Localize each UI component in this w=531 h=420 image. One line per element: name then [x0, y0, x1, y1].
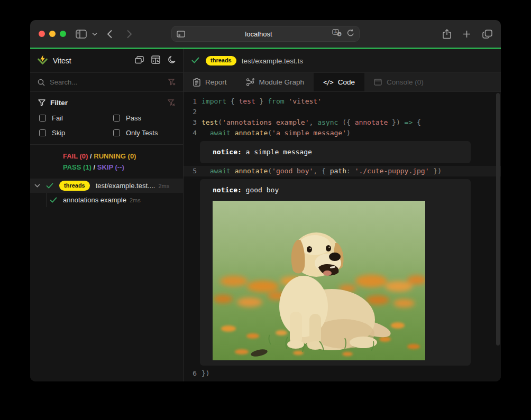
test-duration: 2ms [158, 183, 169, 189]
summary-skip: SKIP (--) [97, 163, 124, 171]
app-title: Vitest [53, 57, 71, 65]
filter-section: Filter FailPassSkipOnly Tests [30, 92, 183, 145]
module-graph-icon [246, 78, 254, 86]
forward-icon[interactable] [126, 30, 132, 39]
tab-label: Code [338, 78, 355, 86]
annotation-notice: notice: a simple message [200, 141, 471, 163]
sidebar-header: Vitest [30, 49, 183, 73]
checkbox[interactable] [39, 115, 46, 122]
checkbox[interactable] [39, 129, 46, 136]
search-icon [38, 79, 45, 86]
code-text: await annotate('good boy', { path: './cu… [202, 166, 442, 176]
screenshot-stage: localhost A ★ [0, 0, 531, 420]
summary-line-1: FAIL (0) / RUNNING (0) [63, 151, 183, 162]
line-number: 5 [184, 166, 202, 176]
test-case-row[interactable]: annotations example2ms [30, 193, 183, 207]
annotation-attachment-puppy-photo [213, 201, 425, 360]
tab-module-graph[interactable]: Module Graph [236, 73, 314, 91]
svg-text:★: ★ [338, 32, 341, 36]
search-input[interactable] [50, 78, 163, 86]
code-text: test('annotations example', async ({ ann… [202, 117, 421, 128]
pass-check-icon [46, 183, 53, 189]
code-text: await annotate('a simple message') [202, 128, 351, 138]
summary-plain: / [91, 163, 97, 171]
code-line-6: 6}) [184, 368, 501, 379]
test-duration: 2ms [130, 197, 141, 203]
expand-chevron-icon[interactable] [34, 184, 40, 188]
line-number: 1 [184, 96, 202, 107]
minimize-window-button[interactable] [49, 31, 56, 37]
summary-pass: PASS (1) [63, 163, 91, 171]
svg-text:A: A [334, 30, 337, 34]
console-icon [374, 79, 382, 86]
checkbox-label: Pass [126, 114, 141, 122]
tab-console-0[interactable]: Console (0) [364, 73, 433, 91]
test-file-row[interactable]: threadstest/example.test....2ms [30, 179, 183, 193]
summary-fail: FAIL (0) [63, 152, 88, 160]
vitest-logo-icon [37, 54, 48, 67]
notice-text: good boy [242, 186, 279, 194]
url-text: localhost [185, 30, 332, 38]
checkbox-label: Fail [52, 114, 63, 122]
checkbox[interactable] [113, 115, 120, 122]
tab-label: Module Graph [259, 78, 305, 86]
translate-icon[interactable]: A ★ [332, 29, 342, 39]
line-number: 6 [184, 368, 202, 379]
summary-running: RUNNING (0) [94, 152, 136, 160]
notice-label: notice: [213, 186, 242, 194]
summary-line-2: PASS (1) / SKIP (--) [63, 162, 183, 173]
tab-overview-icon[interactable] [482, 30, 492, 39]
checkbox-label: Skip [52, 129, 65, 137]
pool-badge: threads [59, 181, 90, 190]
code-line-3: 3test('annotations example', async ({ an… [184, 117, 501, 128]
zoom-window-button[interactable] [60, 31, 66, 37]
filter-option-skip[interactable]: Skip [39, 129, 113, 137]
filter-clear-icon[interactable] [168, 79, 176, 86]
close-window-button[interactable] [39, 31, 45, 37]
code-line-5: 5 await annotate('good boy', { path: './… [184, 166, 501, 176]
back-icon[interactable] [107, 30, 113, 39]
line-number: 7 [184, 379, 202, 381]
dashboard-icon[interactable] [151, 55, 160, 66]
report-icon [193, 78, 200, 87]
tab-report[interactable]: Report [184, 73, 236, 91]
scrollbar-thumb[interactable] [496, 93, 500, 346]
filter-option-only-tests[interactable]: Only Tests [113, 129, 175, 137]
tree-guide-line [47, 193, 47, 207]
tab-code[interactable]: </>Code [314, 73, 364, 91]
chevron-down-icon[interactable] [92, 32, 97, 36]
sidebar-toggle-icon[interactable] [76, 30, 87, 39]
notice-text: a simple message [242, 148, 312, 156]
share-icon[interactable] [443, 29, 451, 39]
pool-badge: threads [206, 56, 236, 66]
tab-bar: ReportModule Graph</>CodeConsole (0) [184, 73, 501, 92]
filter-options: FailPassSkipOnly Tests [38, 114, 175, 137]
test-tree: threadstest/example.test....2msannotatio… [30, 179, 183, 207]
dark-mode-icon[interactable] [168, 55, 176, 66]
annotation-notice: notice: good boy [200, 179, 471, 366]
line-number: 2 [184, 107, 202, 117]
reload-icon[interactable] [347, 29, 354, 39]
code-line-4: 4 await annotate('a simple message') [184, 128, 501, 138]
code-icon: </> [323, 79, 333, 86]
checkbox[interactable] [113, 129, 120, 136]
notice-label: notice: [213, 148, 242, 156]
filter-clear-icon[interactable] [168, 99, 175, 106]
page-icon[interactable] [177, 31, 185, 38]
file-path: test/example.test.ts [242, 57, 303, 65]
filter-option-pass[interactable]: Pass [113, 114, 175, 122]
address-bar[interactable]: localhost A ★ [171, 26, 360, 42]
collapse-panels-icon[interactable] [135, 56, 144, 66]
tab-label: Report [205, 78, 227, 86]
code-line-1: 1import { test } from 'vitest' [184, 96, 501, 107]
filter-option-fail[interactable]: Fail [39, 114, 113, 122]
filter-icon [38, 99, 45, 106]
main-panel: threads test/example.test.ts ReportModul… [184, 49, 501, 381]
new-tab-icon[interactable] [463, 30, 471, 38]
traffic-lights [39, 31, 66, 37]
line-number: 3 [184, 117, 202, 128]
pass-check-icon [50, 197, 57, 203]
test-label: test/example.test.... [96, 182, 155, 190]
test-summary: FAIL (0) / RUNNING (0) PASS (1) / SKIP (… [30, 145, 183, 176]
summary-plain: / [88, 152, 94, 160]
